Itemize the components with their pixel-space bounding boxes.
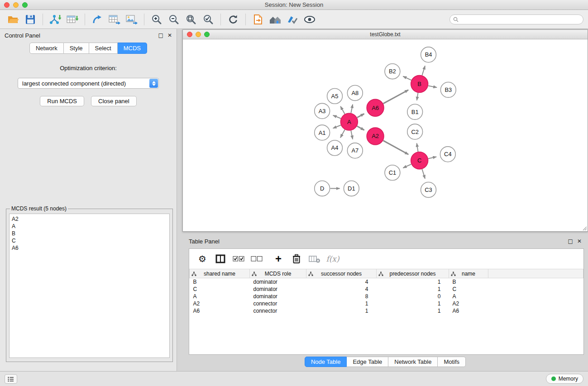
node-A1[interactable]: A1 bbox=[315, 125, 330, 140]
cell[interactable]: 1 bbox=[377, 300, 449, 307]
result-item-a[interactable]: A bbox=[12, 223, 167, 230]
edge-B-B2[interactable] bbox=[403, 76, 411, 81]
style-check-button[interactable] bbox=[284, 12, 301, 27]
show-hide-columns-button[interactable] bbox=[214, 252, 227, 266]
table-row-c[interactable]: Cdominator41C bbox=[190, 286, 583, 293]
table-options-button[interactable]: ⚙ bbox=[196, 252, 209, 266]
node-A8[interactable]: A8 bbox=[347, 86, 363, 101]
network-window-titlebar[interactable]: testGlobe.txt bbox=[183, 30, 588, 39]
float-panel-icon[interactable]: □ bbox=[158, 32, 163, 38]
column-header-predecessor-nodes[interactable]: predecessor nodes bbox=[377, 269, 449, 278]
node-D1[interactable]: D1 bbox=[344, 181, 359, 196]
search-input[interactable] bbox=[461, 16, 580, 23]
result-item-b[interactable]: B bbox=[12, 230, 167, 237]
cell[interactable]: B bbox=[449, 278, 488, 286]
cell[interactable]: 4 bbox=[306, 286, 377, 293]
node-B[interactable]: B bbox=[411, 76, 428, 93]
network-minimize-button[interactable] bbox=[196, 32, 201, 37]
cell[interactable]: 1 bbox=[306, 307, 377, 315]
cell[interactable]: dominator bbox=[250, 278, 306, 286]
window-titlebar[interactable]: Session: New Session bbox=[0, 0, 588, 10]
delete-columns-button[interactable] bbox=[290, 252, 303, 266]
close-table-panel-icon[interactable]: ✕ bbox=[577, 238, 582, 244]
edge-C-C1[interactable] bbox=[403, 164, 411, 168]
edge-A-A6[interactable] bbox=[357, 114, 364, 117]
cell[interactable]: A bbox=[190, 293, 250, 300]
close-panel-button[interactable]: Close panel bbox=[91, 96, 137, 106]
node-A5[interactable]: A5 bbox=[327, 88, 343, 104]
new-column-button[interactable]: + bbox=[272, 252, 285, 266]
optimization-criterion-dropdown[interactable]: largest connected component (directed) bbox=[18, 78, 159, 89]
tab-mcds[interactable]: MCDS bbox=[118, 43, 147, 54]
result-item-a2[interactable]: A2 bbox=[12, 215, 167, 223]
edge-C-C2[interactable] bbox=[417, 143, 418, 152]
edge-A2-C[interactable] bbox=[383, 141, 409, 155]
node-D[interactable]: D bbox=[315, 181, 330, 196]
minimize-window-button[interactable] bbox=[13, 2, 19, 8]
edge-C-C4[interactable] bbox=[428, 157, 436, 158]
node-A6[interactable]: A6 bbox=[367, 99, 384, 116]
tab-network-table[interactable]: Network Table bbox=[388, 357, 438, 367]
search-box[interactable] bbox=[449, 14, 583, 24]
node-C3[interactable]: C3 bbox=[421, 182, 436, 198]
result-item-c[interactable]: C bbox=[12, 237, 167, 244]
edge-A-A7[interactable] bbox=[351, 131, 353, 139]
edge-A-A5[interactable] bbox=[340, 106, 344, 114]
cell[interactable]: 0 bbox=[377, 293, 449, 300]
close-panel-icon[interactable]: ✕ bbox=[167, 32, 172, 38]
open-session-button[interactable] bbox=[5, 12, 22, 27]
node-B3[interactable]: B3 bbox=[440, 82, 456, 98]
task-history-button[interactable] bbox=[5, 374, 17, 384]
cell[interactable]: 1 bbox=[306, 300, 377, 307]
cell[interactable]: 8 bbox=[306, 293, 377, 300]
node-B2[interactable]: B2 bbox=[385, 64, 400, 79]
run-mcds-button[interactable]: Run MCDS bbox=[40, 96, 84, 106]
zoom-fit-button[interactable] bbox=[182, 12, 200, 27]
network-maximize-button[interactable] bbox=[204, 32, 210, 37]
cell[interactable]: 1 bbox=[377, 307, 449, 315]
cell[interactable]: 4 bbox=[306, 278, 377, 286]
node-C[interactable]: C bbox=[411, 152, 428, 169]
cell[interactable]: B bbox=[190, 278, 250, 286]
table-row-a6[interactable]: A6connector11A6 bbox=[190, 307, 583, 315]
node-B1[interactable]: B1 bbox=[407, 104, 423, 119]
fullscreen-window-button[interactable] bbox=[22, 2, 28, 8]
close-window-button[interactable] bbox=[4, 2, 10, 8]
table-row-b[interactable]: Bdominator41B bbox=[190, 278, 583, 286]
cell[interactable]: connector bbox=[250, 307, 306, 315]
cell[interactable]: dominator bbox=[250, 286, 306, 293]
deselect-all-button[interactable] bbox=[250, 252, 263, 266]
tab-select[interactable]: Select bbox=[89, 43, 118, 54]
memory-button[interactable]: Memory bbox=[546, 374, 583, 384]
column-header-shared-name[interactable]: shared name bbox=[190, 269, 250, 278]
cell[interactable]: dominator bbox=[250, 293, 306, 300]
edge-B-B4[interactable] bbox=[422, 66, 425, 76]
node-A[interactable]: A bbox=[340, 113, 358, 130]
import-network-button[interactable] bbox=[47, 12, 64, 27]
apply-layout-button[interactable] bbox=[225, 12, 242, 27]
cell[interactable]: A bbox=[449, 293, 488, 300]
tab-network[interactable]: Network bbox=[29, 43, 64, 54]
node-C2[interactable]: C2 bbox=[407, 124, 423, 139]
cell[interactable]: connector bbox=[250, 300, 306, 307]
export-table-button[interactable] bbox=[106, 12, 123, 27]
node-A2[interactable]: A2 bbox=[367, 128, 384, 145]
column-header-name[interactable]: name bbox=[449, 269, 488, 278]
tab-node-table[interactable]: Node Table bbox=[305, 357, 347, 367]
cell[interactable]: A2 bbox=[449, 300, 488, 307]
select-all-button[interactable] bbox=[232, 252, 245, 266]
node-C4[interactable]: C4 bbox=[440, 147, 455, 162]
show-hide-panels-button[interactable] bbox=[301, 12, 318, 27]
node-C1[interactable]: C1 bbox=[385, 165, 400, 181]
first-neighbors-button[interactable] bbox=[249, 12, 267, 27]
edge-A-A8[interactable] bbox=[351, 105, 353, 113]
tab-edge-table[interactable]: Edge Table bbox=[347, 357, 388, 367]
zoom-out-button[interactable] bbox=[165, 12, 182, 27]
node-A4[interactable]: A4 bbox=[327, 140, 343, 156]
resize-grip-icon[interactable] bbox=[582, 225, 587, 231]
import-table-button[interactable] bbox=[64, 12, 81, 27]
network-canvas[interactable]: B4B2BB3A8A5A6B1A3AC2A1A2A4A7C4CC1C3DD1 bbox=[183, 39, 588, 231]
zoom-selected-button[interactable] bbox=[200, 12, 217, 27]
export-image-button[interactable] bbox=[123, 12, 140, 27]
edge-A6-B[interactable] bbox=[383, 90, 409, 104]
